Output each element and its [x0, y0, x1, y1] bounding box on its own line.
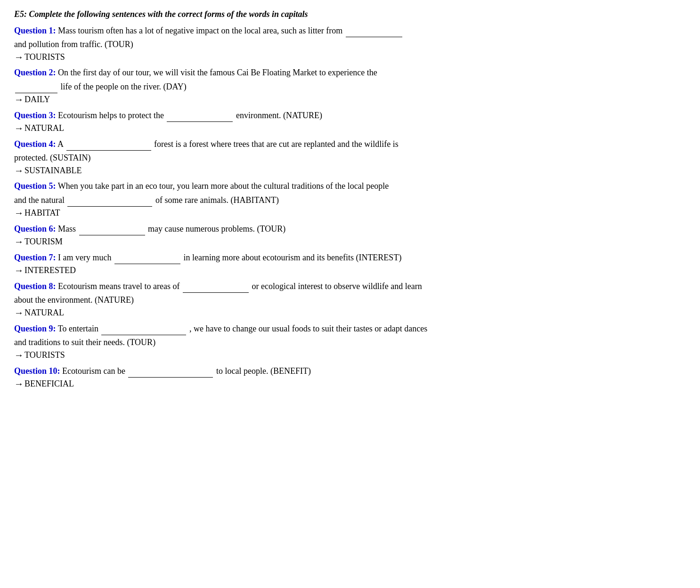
arrow-icon-9: →	[14, 350, 24, 361]
answer-text-4: SUSTAINABLE	[24, 166, 82, 176]
question-text-before-7: I am very much	[58, 253, 114, 262]
answer-text-7: INTERESTED	[24, 266, 76, 275]
question-block-4: Question 4: A forest is a forest where t…	[14, 137, 686, 176]
arrow-icon-4: →	[14, 165, 24, 176]
question-text-after-10: to local people. (BENEFIT)	[216, 366, 311, 376]
answer-3: → NATURAL	[14, 123, 686, 134]
question-block-8: Question 8: Ecotourism means travel to a…	[14, 280, 686, 318]
question-text-before-10: Ecotourism can be	[62, 366, 127, 376]
answer-text-8: NATURAL	[24, 308, 64, 318]
question-line-9: Question 9: To entertain , we have to ch…	[14, 322, 686, 335]
question-line-8: Question 8: Ecotourism means travel to a…	[14, 280, 686, 293]
blank-2	[15, 80, 57, 93]
question-line-1: Question 1: Mass tourism often has a lot…	[14, 24, 686, 37]
arrow-icon-8: →	[14, 307, 24, 318]
answer-text-3: NATURAL	[24, 123, 64, 133]
exercise-title: E5: Complete the following sentences wit…	[14, 9, 686, 19]
question-text-after-6: may cause numerous problems. (TOUR)	[148, 224, 285, 234]
question-line-10: Question 10: Ecotourism can be to local …	[14, 364, 686, 378]
question-block-1: Question 1: Mass tourism often has a lot…	[14, 24, 686, 63]
answer-5: → HABITAT	[14, 208, 686, 218]
question-label-6: Question 6:	[14, 224, 56, 234]
question-label-8: Question 8:	[14, 282, 56, 291]
blank-1	[346, 24, 402, 37]
question-text-after-2: life of the people on the river. (DAY)	[61, 82, 187, 91]
answer-6: → TOURISM	[14, 236, 686, 247]
blank-4	[66, 137, 151, 151]
question-line-5b: and the natural of some rare animals. (H…	[14, 193, 686, 207]
question-text-before-3: Ecotourism helps to protect the	[58, 111, 166, 120]
answer-text-5: HABITAT	[24, 208, 60, 218]
question-block-6: Question 6: Mass may cause numerous prob…	[14, 222, 686, 247]
question-text-after-7: in learning more about ecotourism and it…	[183, 253, 401, 262]
blank-6	[79, 222, 145, 235]
question-label-4: Question 4:	[14, 139, 56, 149]
answer-7: → INTERESTED	[14, 265, 686, 276]
answer-8: → NATURAL	[14, 307, 686, 318]
question-text-after-4: forest is a forest where trees that are …	[154, 139, 399, 149]
question-text-before-6: Mass	[58, 224, 78, 234]
question-block-3: Question 3: Ecotourism helps to protect …	[14, 109, 686, 134]
question-line-2: Question 2: On the first day of our tour…	[14, 66, 686, 79]
continuation-1: and pollution from traffic. (TOUR)	[14, 38, 686, 51]
arrow-icon-1: →	[14, 52, 24, 63]
question-block-2: Question 2: On the first day of our tour…	[14, 66, 686, 105]
blank-7	[114, 251, 180, 264]
question-label-2: Question 2:	[14, 68, 56, 77]
question-line-3: Question 3: Ecotourism helps to protect …	[14, 109, 686, 122]
question-text-before-9: To entertain	[58, 324, 101, 333]
answer-10: → BENEFICIAL	[14, 379, 686, 389]
answer-9: → TOURISTS	[14, 350, 686, 361]
question-text-after-3: environment. (NATURE)	[236, 111, 322, 120]
blank-8	[183, 280, 249, 293]
answer-text-2: DAILY	[24, 95, 50, 105]
question-text-before-5: When you take part in an eco tour, you l…	[58, 181, 389, 191]
question-text-before-8: Ecotourism means travel to areas of	[58, 282, 182, 291]
question-block-7: Question 7: I am very much in learning m…	[14, 251, 686, 276]
question-label-3: Question 3:	[14, 111, 56, 120]
question-text-before-1: Mass tourism often has a lot of negative…	[58, 26, 345, 35]
question-line-5: Question 5: When you take part in an eco…	[14, 180, 686, 193]
arrow-icon-5: →	[14, 208, 24, 218]
question-block-10: Question 10: Ecotourism can be to local …	[14, 364, 686, 389]
question-label-7: Question 7:	[14, 253, 56, 262]
question-text-after-9: , we have to change our usual foods to s…	[189, 324, 427, 333]
answer-text-1: TOURISTS	[24, 52, 65, 62]
continuation-4: protected. (SUSTAIN)	[14, 152, 686, 164]
continuation-9: and traditions to suit their needs. (TOU…	[14, 336, 686, 349]
question-label-10: Question 10:	[14, 366, 60, 376]
answer-text-6: TOURISM	[24, 237, 63, 247]
question-block-5: Question 5: When you take part in an eco…	[14, 180, 686, 218]
answer-text-9: TOURISTS	[24, 350, 65, 360]
question-line-6: Question 6: Mass may cause numerous prob…	[14, 222, 686, 235]
arrow-icon-3: →	[14, 123, 24, 134]
answer-1: → TOURISTS	[14, 52, 686, 63]
question-text-before-4: A	[57, 139, 65, 149]
question-label-5: Question 5:	[14, 181, 56, 191]
question-label-1: Question 1:	[14, 26, 56, 35]
question-text-after-5: of some rare animals. (HABITANT)	[155, 195, 279, 205]
blank-10	[128, 364, 213, 378]
answer-2: → DAILY	[14, 94, 686, 105]
continuation-8: about the environment. (NATURE)	[14, 294, 686, 306]
arrow-icon-10: →	[14, 379, 24, 389]
question-line-2b: life of the people on the river. (DAY)	[14, 80, 686, 93]
answer-text-10: BENEFICIAL	[24, 379, 74, 389]
arrow-icon-2: →	[14, 94, 24, 105]
question-line-4: Question 4: A forest is a forest where t…	[14, 137, 686, 151]
question-block-9: Question 9: To entertain , we have to ch…	[14, 322, 686, 361]
question-text-before-2: On the first day of our tour, we will vi…	[58, 68, 377, 77]
answer-4: → SUSTAINABLE	[14, 165, 686, 176]
question-line-7: Question 7: I am very much in learning m…	[14, 251, 686, 264]
arrow-icon-7: →	[14, 265, 24, 276]
question-label-9: Question 9:	[14, 324, 56, 333]
question-text-after-8: or ecological interest to observe wildli…	[252, 282, 422, 291]
blank-5	[67, 193, 152, 207]
question-text-and-natural: and the natural	[14, 195, 66, 205]
blank-3	[167, 109, 233, 122]
blank-9	[101, 322, 186, 335]
arrow-icon-6: →	[14, 236, 24, 247]
